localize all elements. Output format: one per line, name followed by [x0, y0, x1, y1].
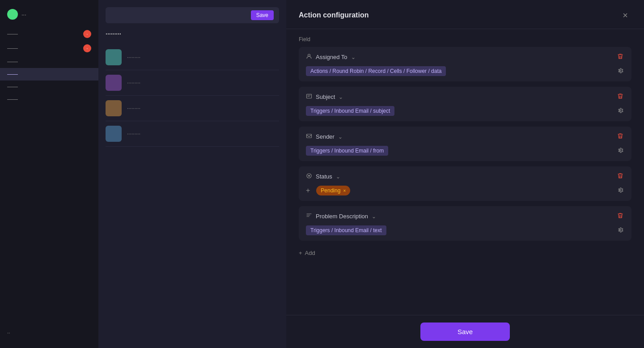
action-config-panel: Action configuration × Field Assigned To… [286, 0, 644, 348]
avatar-4 [106, 126, 122, 142]
sidebar-item-bottom[interactable]: ·· [0, 327, 98, 339]
subject-value-row: Triggers / Inbound Email / subject [306, 106, 624, 116]
field-row-problem-description-left: Problem Description ⌄ [306, 212, 376, 220]
sidebar-item-6-label: —— [7, 96, 18, 102]
sender-value-chip: Triggers / Inbound Email / from [306, 146, 388, 156]
status-label: Status [316, 173, 332, 180]
assigned-to-label: Assigned To [316, 54, 347, 60]
sender-icon [306, 133, 312, 140]
modal-title: Action configuration [299, 11, 369, 19]
sender-chevron-icon[interactable]: ⌄ [338, 134, 343, 140]
status-chevron-icon[interactable]: ⌄ [336, 174, 340, 180]
subject-actions [616, 92, 624, 102]
save-button[interactable]: Save [420, 323, 510, 341]
content-row-2: ········· [106, 70, 279, 96]
content-row-1: ········· [106, 45, 279, 70]
main-content-area: Save ········· ········· ········· ·····… [98, 0, 286, 348]
sidebar-item-2[interactable]: —— · [0, 41, 98, 55]
field-row-sender-left: Sender ⌄ [306, 133, 343, 140]
content-header: Save [106, 7, 279, 23]
sender-label: Sender [316, 133, 335, 140]
field-row-status-left: Status ⌄ [306, 173, 340, 180]
sidebar-item-bottom-label: ·· [7, 330, 10, 336]
status-value-row: + Pending × [306, 186, 624, 195]
problem-description-delete-button[interactable] [616, 212, 624, 221]
sidebar-item-3-label: —— [7, 59, 18, 65]
field-row-problem-description: Problem Description ⌄ Triggers / Inbound… [299, 206, 631, 241]
header-save-button[interactable]: Save [251, 10, 274, 20]
sender-actions [616, 132, 624, 141]
sidebar-item-3[interactable]: —— [0, 55, 98, 68]
row-text-1: ········· [127, 54, 140, 60]
field-row-assigned-to-header: Assigned To ⌄ [306, 52, 624, 62]
status-actions [616, 172, 624, 181]
problem-description-actions [616, 212, 624, 221]
assigned-to-icon [306, 53, 312, 61]
sidebar-item-6[interactable]: —— [0, 93, 98, 106]
sidebar-item-4[interactable]: —— [0, 68, 98, 81]
assigned-to-value-chip: Actions / Round Robin / Record / Cells /… [306, 66, 446, 76]
modal-header: Action configuration × [286, 0, 644, 29]
svg-rect-2 [307, 134, 312, 138]
add-field-label: Add [305, 250, 315, 256]
assigned-to-actions [616, 52, 624, 62]
sidebar-badge-2: · [83, 44, 91, 52]
field-row-subject-left: Subject ⌄ [306, 93, 343, 101]
svg-point-4 [308, 175, 310, 177]
row-text-4: ········· [127, 131, 140, 137]
sidebar-item-5-label: —— [7, 84, 18, 90]
left-panel: ··· —— · —— · —— —— —— —— ·· Save ······… [0, 0, 286, 348]
content-row-4: ········· [106, 121, 279, 147]
sidebar-item-1[interactable]: —— · [0, 27, 98, 41]
modal-body: Field Assigned To ⌄ Actions / Roun [286, 29, 644, 315]
field-row-subject-header: Subject ⌄ [306, 92, 624, 102]
problem-description-chevron-icon[interactable]: ⌄ [372, 213, 376, 220]
content-row-3: ········· [106, 96, 279, 121]
problem-description-settings-button[interactable] [616, 226, 624, 235]
status-pending-label: Pending [321, 187, 340, 194]
problem-description-label: Problem Description [316, 213, 368, 220]
sidebar: ··· —— · —— · —— —— —— —— ·· [0, 0, 98, 348]
assigned-to-delete-button[interactable] [616, 52, 624, 62]
problem-description-icon [306, 212, 312, 220]
field-row-assigned-to-left: Assigned To ⌄ [306, 53, 356, 61]
field-row-status-header: Status ⌄ [306, 172, 624, 181]
sender-settings-button[interactable] [616, 146, 624, 156]
field-row-sender-header: Sender ⌄ [306, 132, 624, 141]
add-field-plus-icon: + [299, 250, 302, 256]
row-text-3: ········· [127, 105, 140, 111]
subject-label: Subject [316, 93, 335, 100]
avatar-2 [106, 75, 122, 91]
status-icon [306, 173, 312, 180]
content-title: ········· [106, 30, 279, 38]
status-pending-remove-button[interactable]: × [343, 188, 346, 193]
status-delete-button[interactable] [616, 172, 624, 181]
sidebar-item-4-label: —— [7, 71, 18, 77]
subject-delete-button[interactable] [616, 92, 624, 102]
assigned-to-chevron-icon[interactable]: ⌄ [351, 54, 356, 60]
sidebar-badge-1: · [83, 30, 91, 38]
modal-footer: Save [286, 315, 644, 348]
status-pending-chip: Pending × [316, 186, 350, 195]
sender-delete-button[interactable] [616, 132, 624, 141]
sender-value-row: Triggers / Inbound Email / from [306, 146, 624, 156]
assigned-to-settings-button[interactable] [616, 67, 624, 76]
sidebar-app-title: ··· [21, 11, 26, 18]
sidebar-item-5[interactable]: —— [0, 81, 98, 93]
row-text-2: ········· [127, 80, 140, 86]
svg-point-0 [308, 54, 310, 56]
field-row-subject: Subject ⌄ Triggers / Inbound Email / sub… [299, 87, 631, 121]
close-button[interactable]: × [619, 9, 631, 21]
subject-chevron-icon[interactable]: ⌄ [339, 94, 343, 100]
status-add-icon[interactable]: + [306, 187, 310, 195]
sidebar-item-2-label: —— [7, 45, 18, 51]
field-section-label: Field [299, 36, 631, 42]
subject-icon [306, 93, 312, 101]
add-field-row[interactable]: + Add [299, 246, 631, 260]
sidebar-header: ··· [0, 5, 98, 23]
subject-value-chip: Triggers / Inbound Email / subject [306, 106, 394, 116]
status-settings-button[interactable] [616, 186, 624, 195]
problem-description-value-row: Triggers / Inbound Email / text [306, 225, 624, 235]
subject-settings-button[interactable] [616, 106, 624, 116]
field-row-problem-description-header: Problem Description ⌄ [306, 212, 624, 221]
